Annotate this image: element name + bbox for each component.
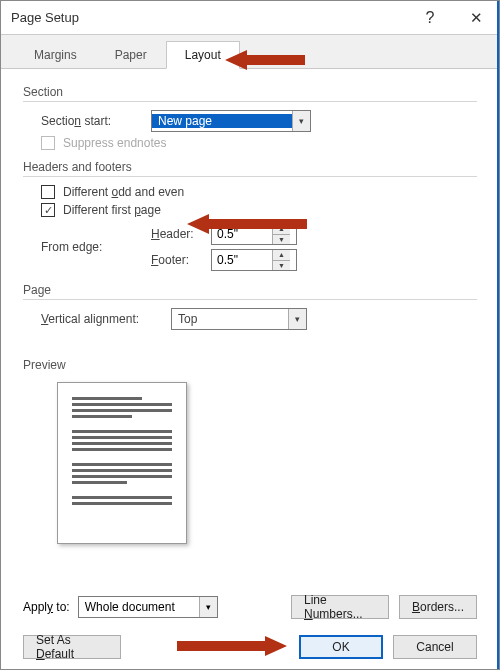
dialog-footer: Set As Default OK Cancel — [1, 635, 499, 659]
section-group-label: Section — [23, 85, 477, 102]
decoration — [497, 1, 499, 669]
from-edge-label: From edge: — [41, 240, 151, 254]
titlebar: Page Setup ? ✕ — [1, 1, 499, 35]
chevron-down-icon: ▾ — [292, 111, 310, 131]
spin-down-icon[interactable]: ▼ — [273, 234, 290, 245]
set-as-default-button[interactable]: Set As Default — [23, 635, 121, 659]
diff-odd-even-checkbox[interactable] — [41, 185, 55, 199]
spin-down-icon[interactable]: ▼ — [273, 260, 290, 271]
check-icon: ✓ — [44, 205, 53, 216]
section-start-dropdown[interactable]: New page ▾ — [151, 110, 311, 132]
tabstrip: Margins Paper Layout — [1, 35, 499, 69]
diff-first-page-label: Different first page — [63, 203, 161, 217]
header-distance-spinner[interactable]: ▲ ▼ — [211, 223, 297, 245]
header-distance-label: Header: — [151, 227, 211, 241]
tab-layout[interactable]: Layout — [166, 41, 240, 69]
section-start-value: New page — [152, 114, 292, 128]
apply-to-label: Apply to: — [23, 600, 70, 614]
help-icon: ? — [426, 9, 435, 27]
vertical-alignment-label: Vertical alignment: — [41, 312, 171, 326]
vertical-alignment-value: Top — [172, 312, 288, 326]
suppress-endnotes-checkbox — [41, 136, 55, 150]
close-icon: ✕ — [470, 9, 483, 27]
section-start-label: Section start: — [41, 114, 151, 128]
line-numbers-button[interactable]: Line Numbers... — [291, 595, 389, 619]
footer-distance-input[interactable] — [212, 250, 272, 270]
chevron-down-icon: ▾ — [288, 309, 306, 329]
spinner-arrows: ▲ ▼ — [272, 224, 290, 244]
suppress-endnotes-label: Suppress endnotes — [63, 136, 166, 150]
vertical-alignment-dropdown[interactable]: Top ▾ — [171, 308, 307, 330]
headers-footers-group-label: Headers and footers — [23, 160, 477, 177]
borders-button[interactable]: Borders... — [399, 595, 477, 619]
apply-row: Apply to: Whole document ▾ Line Numbers.… — [1, 595, 499, 619]
apply-to-dropdown[interactable]: Whole document ▾ — [78, 596, 218, 618]
close-button[interactable]: ✕ — [453, 1, 499, 35]
ok-button[interactable]: OK — [299, 635, 383, 659]
header-distance-input[interactable] — [212, 224, 272, 244]
dialog-body: Section Section start: New page ▾ Suppre… — [1, 69, 499, 544]
page-preview — [57, 382, 187, 544]
apply-to-value: Whole document — [79, 600, 199, 614]
spinner-arrows: ▲ ▼ — [272, 250, 290, 270]
tab-margins[interactable]: Margins — [15, 41, 96, 69]
diff-first-page-checkbox[interactable]: ✓ — [41, 203, 55, 217]
footer-distance-label: Footer: — [151, 253, 211, 267]
chevron-down-icon: ▾ — [199, 597, 217, 617]
help-button[interactable]: ? — [407, 1, 453, 35]
cancel-button[interactable]: Cancel — [393, 635, 477, 659]
footer-distance-spinner[interactable]: ▲ ▼ — [211, 249, 297, 271]
preview-group-label: Preview — [23, 358, 477, 374]
spin-up-icon[interactable]: ▲ — [273, 250, 290, 260]
spin-up-icon[interactable]: ▲ — [273, 224, 290, 234]
page-group-label: Page — [23, 283, 477, 300]
dialog-title: Page Setup — [11, 10, 79, 25]
tab-paper[interactable]: Paper — [96, 41, 166, 69]
page-setup-dialog: Page Setup ? ✕ Margins Paper Layout Sect… — [0, 0, 500, 670]
diff-odd-even-label: Different odd and even — [63, 185, 184, 199]
